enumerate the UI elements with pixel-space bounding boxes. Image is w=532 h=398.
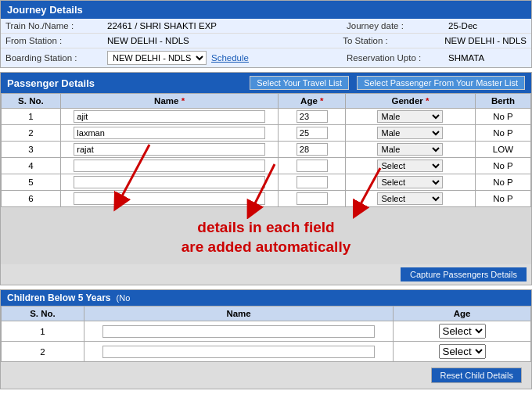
annotation-line1: details in each field <box>197 219 334 235</box>
col-berth: Berth <box>475 94 530 109</box>
passenger-section-title: Passenger Details <box>7 77 250 89</box>
schedule-link[interactable]: Schedule <box>211 53 249 63</box>
child-row-2: 2Select01234 <box>2 342 531 362</box>
reservation-value: SHMATA <box>448 53 527 63</box>
to-label: To Station : <box>343 36 444 45</box>
passenger-gender-select-3[interactable]: SelectMaleFemaleTransgender <box>377 143 443 156</box>
passenger-row-1: 1SelectMaleFemaleTransgenderNo P <box>2 109 531 125</box>
passenger-age-input-4[interactable] <box>297 160 328 172</box>
passenger-row-2: 2SelectMaleFemaleTransgenderNo P <box>2 125 531 142</box>
to-value: NEW DELHI - NDLS <box>444 36 527 45</box>
passenger-gender-cell-1: SelectMaleFemaleTransgender <box>346 109 476 125</box>
passenger-age-input-1[interactable] <box>297 110 328 123</box>
travel-list-button[interactable]: Select Your Travel List <box>250 76 349 90</box>
passenger-age-input-6[interactable] <box>297 192 328 205</box>
journey-section-header: Journey Details <box>1 1 531 19</box>
arrow-name-icon <box>102 137 165 215</box>
col-gender: Gender * <box>346 94 476 109</box>
passenger-section: Passenger Details Select Your Travel Lis… <box>0 72 532 285</box>
passenger-berth-cell-2: No P <box>475 125 530 142</box>
passenger-gender-select-1[interactable]: SelectMaleFemaleTransgender <box>377 110 443 123</box>
boarding-station-select[interactable]: NEW DELHI - NDLS <box>107 51 207 65</box>
children-section-title: Children Below 5 Years <box>7 292 111 303</box>
child-name-cell-2 <box>84 342 394 362</box>
passenger-gender-cell-2: SelectMaleFemaleTransgender <box>346 125 476 142</box>
svg-line-1 <box>118 145 149 203</box>
passenger-sno-1: 1 <box>2 109 61 125</box>
from-value: NEW DELHI - NDLS <box>107 36 343 45</box>
passenger-table-wrapper: S. No. Name * Age * Gender * Berth 1Sele… <box>1 93 531 285</box>
passenger-gender-cell-3: SelectMaleFemaleTransgender <box>346 142 476 158</box>
children-bottom-bar: Reset Child Details <box>1 362 531 389</box>
col-age: Age * <box>279 94 346 109</box>
passenger-age-input-3[interactable] <box>297 143 328 156</box>
annotation-text: details in each field are added automati… <box>9 218 523 256</box>
passenger-table-header-row: S. No. Name * Age * Gender * Berth <box>2 94 531 109</box>
children-table-header-row: S. No. Name Age <box>2 307 531 321</box>
passenger-age-cell-1 <box>279 109 346 125</box>
passenger-age-cell-2 <box>279 125 346 142</box>
journey-date-label: Journey date : <box>347 21 448 30</box>
journey-title: Journey Details <box>7 4 83 16</box>
journey-row-train: Train No./Name : 22461 / SHRI SHAKTI EXP… <box>1 19 531 34</box>
passenger-bottom-bar: Capture Passengers Details <box>1 264 531 285</box>
from-label: From Station : <box>5 36 107 45</box>
child-name-input-1[interactable] <box>102 325 374 338</box>
col-sno: S. No. <box>2 94 61 109</box>
passenger-berth-cell-5: No P <box>475 174 530 191</box>
passenger-sno-6: 6 <box>2 191 61 207</box>
child-age-select-2[interactable]: Select01234 <box>439 344 486 359</box>
children-table: S. No. Name Age 1Select012342Select01234 <box>1 306 531 362</box>
passenger-age-cell-3 <box>279 142 346 158</box>
passenger-berth-cell-4: No P <box>475 158 530 174</box>
train-label: Train No./Name : <box>5 21 107 30</box>
passenger-gender-select-2[interactable]: SelectMaleFemaleTransgender <box>377 127 443 139</box>
passenger-berth-cell-1: No P <box>475 109 530 125</box>
passenger-sno-3: 3 <box>2 142 61 158</box>
child-sno-1: 1 <box>2 321 84 342</box>
passenger-sno-4: 4 <box>2 158 61 174</box>
passenger-berth-cell-3: LOW <box>475 142 530 158</box>
child-sno-2: 2 <box>2 342 84 362</box>
boarding-label: Boarding Station : <box>5 53 107 63</box>
passenger-name-cell-1 <box>60 109 279 125</box>
journey-row-boarding: Boarding Station : NEW DELHI - NDLS Sche… <box>1 48 531 67</box>
passenger-header: Passenger Details Select Your Travel Lis… <box>1 73 531 93</box>
passenger-name-input-1[interactable] <box>74 110 265 123</box>
child-col-age: Age <box>394 307 531 321</box>
train-value: 22461 / SHRI SHAKTI EXP <box>107 21 347 30</box>
child-age-cell-2: Select01234 <box>394 342 531 362</box>
col-name: Name * <box>60 94 279 109</box>
capture-passengers-button[interactable]: Capture Passengers Details <box>401 267 527 281</box>
svg-line-3 <box>251 164 275 211</box>
arrow-age-icon <box>243 160 290 219</box>
svg-line-5 <box>357 168 380 211</box>
journey-date-value: 25-Dec <box>448 21 527 30</box>
passenger-sno-5: 5 <box>2 174 61 191</box>
arrow-gender-icon <box>353 164 400 219</box>
children-section: Children Below 5 Years (No S. No. Name A… <box>0 289 532 389</box>
passenger-name-cell-3 <box>60 142 279 158</box>
child-age-cell-1: Select01234 <box>394 321 531 342</box>
child-age-select-1[interactable]: Select01234 <box>439 324 486 339</box>
passenger-age-input-2[interactable] <box>297 127 328 139</box>
passenger-row-3: 3SelectMaleFemaleTransgenderLOW <box>2 142 531 158</box>
passenger-name-cell-2 <box>60 125 279 142</box>
child-name-input-2[interactable] <box>102 346 374 358</box>
child-col-sno: S. No. <box>2 307 84 321</box>
children-header: Children Below 5 Years (No <box>1 290 531 306</box>
child-col-name: Name <box>84 307 394 321</box>
passenger-berth-cell-6: No P <box>475 191 530 207</box>
passenger-sno-2: 2 <box>2 125 61 142</box>
child-row-1: 1Select01234 <box>2 321 531 342</box>
passenger-age-input-5[interactable] <box>297 176 328 188</box>
reservation-label: Reservation Upto : <box>347 53 448 63</box>
annotation-overlay: details in each field are added automati… <box>1 207 531 264</box>
annotation-line2: are added automatically <box>182 238 350 255</box>
master-list-button[interactable]: Select Passenger From Your Master List <box>357 76 525 90</box>
reset-child-details-button[interactable]: Reset Child Details <box>431 368 522 383</box>
journey-details-section: Journey Details Train No./Name : 22461 /… <box>0 0 532 68</box>
journey-row-from: From Station : NEW DELHI - NDLS To Stati… <box>1 34 531 48</box>
children-note: (No <box>114 293 131 303</box>
child-name-cell-1 <box>84 321 394 342</box>
